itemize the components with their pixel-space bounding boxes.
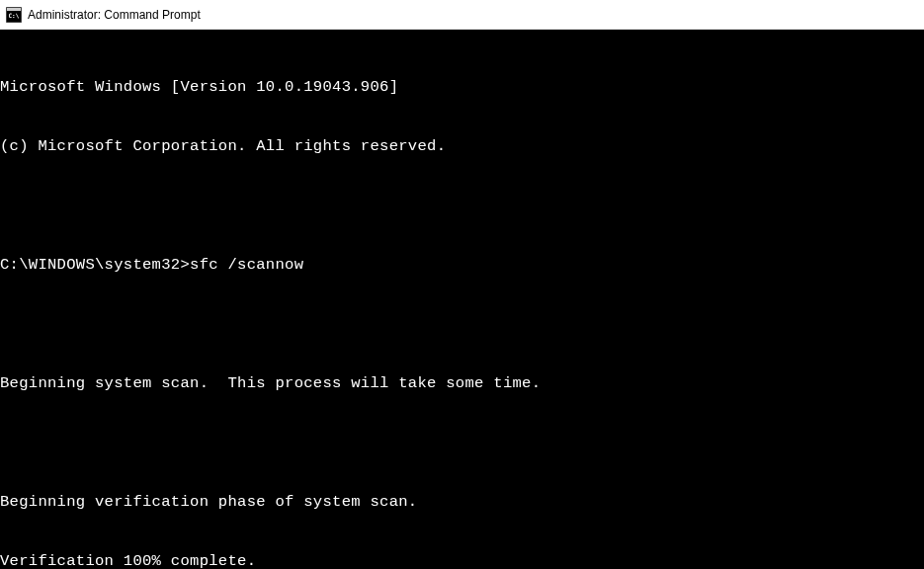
terminal-line: [0, 196, 924, 215]
terminal-line: Microsoft Windows [Version 10.0.19043.90…: [0, 77, 924, 97]
terminal-line: C:\WINDOWS\system32>sfc /scannow: [0, 255, 924, 275]
terminal-line: Verification 100% complete.: [0, 551, 924, 569]
window-title: Administrator: Command Prompt: [28, 8, 201, 22]
svg-text:C:\: C:\: [9, 12, 20, 19]
svg-rect-1: [7, 8, 21, 11]
terminal-line: Beginning system scan. This process will…: [0, 373, 924, 393]
title-bar[interactable]: C:\ Administrator: Command Prompt: [0, 0, 924, 30]
cmd-icon: C:\: [6, 7, 22, 23]
terminal-line: [0, 433, 924, 452]
terminal-line: (c) Microsoft Corporation. All rights re…: [0, 136, 924, 156]
terminal-line: Beginning verification phase of system s…: [0, 492, 924, 512]
terminal-output[interactable]: Microsoft Windows [Version 10.0.19043.90…: [0, 30, 924, 569]
terminal-line: [0, 314, 924, 334]
